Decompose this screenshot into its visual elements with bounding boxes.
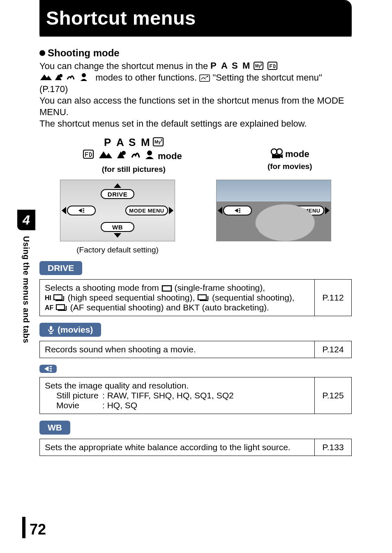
drive-desc: Selects a shooting mode from (single-fra… [40,280,315,316]
af-sequential-icon: AF [45,303,68,312]
movie-diagram-screen: MODE MENU WB [216,180,331,241]
intro-text-4: The shortcut menus set in the default se… [39,118,307,129]
svg-text:AF: AF [45,304,54,311]
intro-text-2a: modes to other functions. [95,72,199,83]
movie-mode-word: mode [285,149,309,160]
chapter-title: Shortcut menus [46,7,196,29]
movie-mode-sub: (for movies) [267,162,312,171]
svg-point-23 [122,151,126,155]
svg-rect-32 [162,286,171,291]
svg-rect-27 [272,155,280,158]
wb-desc: Sets the appropriate white balance accor… [40,439,315,456]
svg-point-24 [147,150,152,155]
scene-mode-icons [39,73,93,82]
movies-section-label: (movies) [39,323,101,337]
up-arrow-icon [270,183,277,188]
quality-table: Sets the image quality and resolution. S… [39,377,352,414]
svg-rect-34 [54,295,62,300]
svg-text:My: My [255,64,261,68]
svg-rect-29 [272,191,275,194]
svg-point-11 [82,73,86,77]
still-mode-sub: (for still pictures) [79,165,188,174]
svg-text:A: A [221,61,228,70]
wb-table: Sets the appropriate white balance accor… [39,439,352,456]
bullet-icon [39,50,45,56]
side-tab: 4 Using the menus and tabs [17,210,35,343]
mic-pill [257,189,291,199]
still-mode-word: mode [158,151,182,161]
single-frame-icon [161,285,172,292]
svg-text:P: P [210,61,217,70]
down-arrow-icon [270,233,277,238]
svg-text:My: My [154,139,161,144]
see-icon [199,74,210,82]
svg-text:P: P [104,136,111,148]
movie-mode-icon [270,148,284,159]
right-arrow-icon [169,207,173,214]
wb-pill: WB [101,222,134,232]
left-arrow-icon [62,207,66,214]
chapter-underline [39,35,352,37]
wb-pill: WB [257,222,291,232]
svg-rect-44 [50,326,52,330]
mode-menu-pill: MODE MENU [125,206,168,215]
movie-mode-column: mode (for movies) [267,136,312,174]
drive-table: Selects a shooting mode from (single-fra… [39,279,352,316]
down-arrow-icon [114,233,121,238]
svg-text:HI: HI [45,294,51,301]
still-diagram-caption: (Factory default setting) [56,245,179,255]
quality-section-label [39,365,57,373]
intro-paragraph: You can change the shortcut menus in the… [39,60,352,130]
page-number: 72 [30,521,46,538]
still-diagram: DRIVE MODE MENU WB (Factory default sett… [56,180,179,255]
movie-diagram: MODE MENU WB [212,180,335,255]
drive-ref: P.112 [315,280,352,316]
chapter-side-text: Using the menus and tabs [21,236,31,343]
svg-text:S: S [129,136,136,148]
sequential-icon [197,294,210,302]
movies-ref: P.124 [315,341,352,358]
quality-ref: P.125 [315,377,352,414]
still-diagram-screen: DRIVE MODE MENU WB [60,180,175,241]
svg-rect-37 [198,295,206,300]
svg-text:M: M [141,136,150,148]
quality-desc: Sets the image quality and resolution. S… [40,377,315,414]
mode-menu-pill: MODE MENU [281,206,324,215]
wb-section-label: WB [39,421,70,435]
right-arrow-icon [325,207,330,214]
quality-pill [223,206,252,215]
subheading-text: Shooting mode [48,47,120,59]
drive-pill: DRIVE [101,189,134,199]
movies-desc: Records sound when shooting a movie. [40,341,315,358]
drive-section-label: DRIVE [39,261,82,275]
svg-text:A: A [116,136,124,148]
page-number-bar [22,517,25,538]
movies-table: Records sound when shooting a movie. P.1… [39,341,352,358]
svg-rect-41 [56,305,65,310]
mode-icons-pasm: P A S M My [210,61,284,70]
left-arrow-icon [218,207,222,214]
hi-sequential-icon: HI [45,294,65,302]
still-mode-column: P A S M My mode (for still pictures) [79,136,188,174]
intro-text-3: You can also access the functions set in… [39,95,344,117]
up-arrow-icon [114,183,121,188]
chapter-number: 4 [17,210,35,230]
svg-point-10 [59,74,62,77]
subheading: Shooting mode [39,47,352,59]
svg-text:M: M [242,61,250,70]
svg-rect-6 [268,62,277,69]
svg-text:S: S [232,61,238,70]
intro-text-1: You can change the shortcut menus in the [39,61,210,71]
movies-label-text: (movies) [58,325,93,335]
quality-pill [67,206,96,215]
wb-ref: P.133 [315,439,352,456]
